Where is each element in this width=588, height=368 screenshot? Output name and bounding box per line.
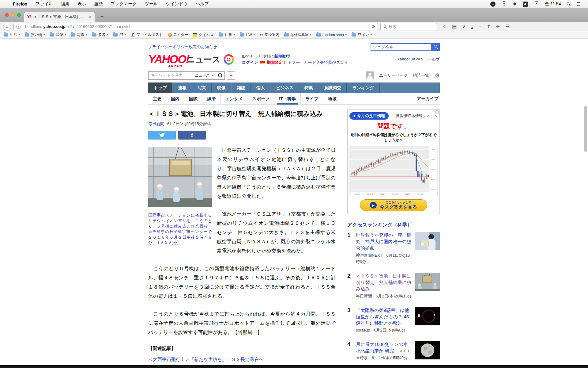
nav-tab-photo[interactable]: 写真 — [192, 82, 212, 93]
downloads-icon[interactable]: ↓ — [471, 25, 473, 29]
ad-answer-button[interactable]: ▶ ここをクリックして 今スグ答えを見る — [360, 199, 427, 211]
dropbox-icon[interactable]: ❖ — [513, 2, 517, 6]
airdrop-icon[interactable] — [502, 2, 507, 6]
ranking-link[interactable]: 世界救うか究極の「膜」研究 神戸大に国内唯一の総合的拠点 — [356, 232, 411, 251]
tab-close-icon[interactable]: ✕ — [89, 15, 92, 19]
menu-edit[interactable]: 編集 — [61, 1, 70, 7]
bookmark-folder-overseas-photographers[interactable]: 海外写真家▾ — [284, 32, 311, 37]
article-source-link[interactable]: 毎日新聞 — [148, 121, 164, 126]
bookmark-star-icon[interactable]: ☆ — [443, 24, 447, 29]
web-search-button[interactable] — [432, 43, 440, 51]
bookmark-folder-27[interactable]: 27▾ — [113, 33, 126, 37]
send-tab-icon[interactable]: ✈ — [496, 24, 500, 29]
notification-center-icon[interactable]: ☰ — [577, 2, 581, 6]
menu-app-name[interactable]: Firefox — [13, 2, 27, 6]
register-link[interactable]: 新規取得 — [274, 54, 290, 59]
back-button[interactable]: ← — [3, 23, 11, 31]
subnav-economy[interactable]: 経済 — [202, 93, 220, 105]
ranking-link[interactable]: 「太陽系の第9惑星」は他恒星から盗んだもの？ 45億年前に移動との報告 — [356, 308, 409, 326]
scrollbar-thumb[interactable] — [584, 106, 587, 152]
card-promo-link[interactable]: ヤフー・カード入会特典がスゴイ — [288, 60, 348, 65]
help-link[interactable]: ヘルプ — [428, 57, 440, 62]
subnav-life[interactable]: ライフ — [300, 93, 323, 105]
menu-view[interactable]: 表示 — [77, 1, 86, 7]
bookmark-reuters[interactable]: ロイター — [168, 32, 188, 37]
nav-tab-top[interactable]: トップ — [148, 82, 172, 93]
nav-tab-video[interactable]: 映像 — [212, 82, 231, 93]
bookmark-folder-music[interactable]: 音楽▾ — [50, 32, 66, 37]
creative-cloud-icon[interactable]: ∞ — [490, 2, 496, 7]
facebook-share-button[interactable]: f — [178, 131, 206, 140]
spotlight-icon[interactable] — [567, 2, 571, 6]
menubar-clock[interactable]: 金 11:54 — [545, 1, 561, 7]
subscription-list-link[interactable]: 購読一覧 — [413, 73, 429, 78]
subnav-domestic[interactable]: 国内 — [166, 93, 184, 105]
bookmark-transit[interactable]: Y!乗換案内 — [260, 32, 279, 37]
page-info-icon[interactable]: i — [16, 25, 21, 29]
bookmarks-panel-icon[interactable]: ▤ — [452, 24, 457, 29]
twitter-share-button[interactable] — [148, 131, 176, 140]
nav-tab-personal[interactable]: 個人 — [251, 82, 270, 93]
pocket-icon[interactable]: ∨ — [462, 24, 466, 29]
menu-file[interactable]: ファイル — [36, 1, 53, 7]
privacy-policy-link[interactable]: プライバシーポリシー改定のお知らせ — [148, 44, 217, 50]
minimize-window-button[interactable] — [11, 13, 15, 17]
wifi-icon[interactable] — [534, 2, 539, 6]
bookmark-folder-photo[interactable]: 写真▾ — [71, 32, 87, 37]
browser-tab[interactable]: Y! ＜ＩＳＳ＞電池、日本製に... ✕ — [24, 12, 95, 22]
subnav-sports[interactable]: スポーツ — [247, 93, 274, 105]
bookmark-folder-shopping[interactable]: 買い物▾ — [25, 32, 45, 37]
share-icon[interactable]: ↥ — [487, 24, 491, 29]
nav-tab-business[interactable]: ビジネス — [270, 82, 299, 93]
subnav-world[interactable]: 国際 — [184, 93, 202, 105]
nav-tab-poll[interactable]: 意識調査 — [318, 82, 347, 93]
bookmark-folder-hw[interactable]: HW▾ — [240, 33, 255, 37]
menu-help[interactable]: ヘルプ — [196, 1, 209, 7]
ranking-link[interactable]: ＜ＩＳＳ＞電池、日本製に切り替え 無人補給機に積み込み — [356, 273, 411, 291]
related-link[interactable]: ＜大西宇宙飛行士＞「新たな実績を」ＩＳＳ長期滞在へ — [148, 355, 336, 363]
avatar[interactable] — [366, 71, 374, 79]
input-source-icon[interactable]: A — [523, 2, 528, 7]
photo-caption[interactable]: 国際宇宙ステーションに搭載するリチウムイオン電池を「こうのとり」６号機に積み込む… — [148, 213, 212, 246]
nav-tab-flash[interactable]: 速報 — [172, 82, 192, 93]
menu-tools[interactable]: ツール — [145, 1, 158, 7]
new-tab-button[interactable]: + — [98, 13, 106, 21]
gear-icon[interactable]: ⚙ — [435, 72, 440, 79]
close-window-button[interactable] — [5, 13, 9, 17]
ranking-thumbnail[interactable] — [415, 341, 440, 359]
ad-box[interactable]: i ●今月の注目情報 提供:新日本情報システム 問題です。 明日の日経平均株価は… — [347, 109, 440, 214]
yahoo-japan-link[interactable]: Yahoo! JAPAN — [397, 57, 423, 62]
nav-tab-ranking[interactable]: ランキング — [347, 82, 380, 93]
user-page-link[interactable]: ユーザーページ — [379, 73, 408, 78]
article-photo[interactable] — [148, 147, 212, 207]
bookmark-filepost[interactable]: Fファイルポスト — [131, 32, 163, 37]
bookmark-folder-life[interactable]: 生活▾ — [4, 32, 20, 37]
nav-tab-feature[interactable]: 特集 — [299, 82, 318, 93]
bookmark-times[interactable]: タイムズ — [193, 32, 214, 37]
subnav-main[interactable]: 主要 — [148, 93, 166, 105]
menu-bookmarks[interactable]: ブックマーク — [111, 1, 137, 7]
bookmark-folder-work[interactable]: 仕事▾ — [219, 32, 235, 37]
ranking-thumbnail[interactable] — [415, 307, 440, 325]
subnav-local[interactable]: 地域 — [323, 93, 341, 105]
zoom-window-button[interactable] — [17, 13, 21, 17]
search-scope[interactable]: ニュース — [195, 73, 210, 78]
news-search-box[interactable]: キーワードを入力 ニュース ▼ — [148, 71, 225, 80]
menu-history[interactable]: 履歴 — [94, 1, 103, 7]
nav-tab-magazine[interactable]: 雑誌 — [231, 82, 251, 93]
home-icon[interactable]: ⌂ — [478, 24, 481, 29]
bookmark-folder-random-shop[interactable]: random shop▾ — [316, 33, 347, 37]
ranking-thumbnail[interactable] — [415, 273, 440, 291]
ranking-thumbnail[interactable] — [415, 232, 440, 250]
bookmark-folder-wine[interactable]: ワイン▾ — [352, 32, 372, 37]
bookmark-folder-reference[interactable]: 参考▾ — [92, 32, 108, 37]
ad-info-icon[interactable]: i — [435, 110, 439, 114]
add-search-button[interactable]: ＋ — [227, 71, 235, 80]
browser-search-box[interactable]: 検索 — [380, 23, 437, 30]
login-link[interactable]: ログイン — [242, 60, 258, 65]
reload-icon[interactable]: ⟳ — [371, 24, 375, 29]
subnav-it-science[interactable]: IT・科学 — [274, 93, 300, 105]
ranking-heading[interactable]: アクセスランキング（科学） — [347, 222, 440, 228]
yahoo-news-logo[interactable]: YAHOO! JAPAN ニュース — [148, 55, 221, 64]
url-bar[interactable]: i headlines.yahoo.co.jp/hl?a=20160602-00… — [13, 23, 378, 30]
